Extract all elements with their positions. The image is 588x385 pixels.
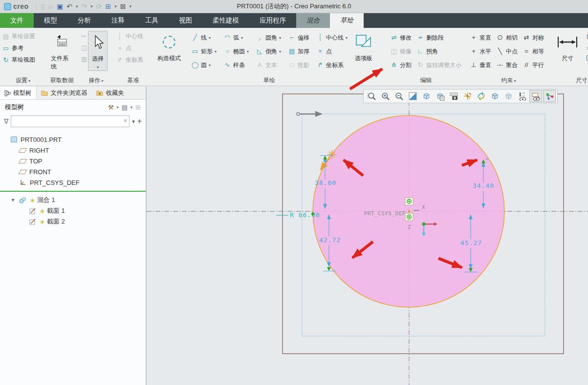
constraint-vertical-button[interactable]: +竖直 (470, 34, 491, 42)
tree-tools-caret-icon[interactable]: ▾ (117, 105, 119, 110)
csys-canvas-label[interactable]: PRT_CSYS_DEF (364, 210, 406, 217)
sketch-canvas[interactable]: 38.60 42.72 34.40 (147, 87, 588, 385)
constraint-equal-button[interactable]: =相等 (523, 47, 544, 56)
tree-item-csys[interactable]: PRT_CSYS_DEF (0, 177, 146, 188)
arc-button[interactable]: ◠弧▾ (223, 34, 249, 42)
capture-button[interactable] (447, 90, 460, 102)
dim-value-38-60[interactable]: 38.60 (315, 179, 336, 186)
redo-icon[interactable]: ↷ (82, 3, 87, 10)
project-button[interactable]: □投影 (288, 61, 309, 69)
tree-item-part[interactable]: PRT0001.PRT (0, 134, 146, 145)
tree-item-top-plane[interactable]: TOP (0, 156, 146, 166)
search-clear-icon[interactable]: × (124, 117, 127, 124)
delete-segment-button[interactable]: ≁删除段 (416, 34, 461, 42)
group-label-settings[interactable]: 设置▾ (0, 76, 46, 85)
tree-item-right-plane[interactable]: RIGHT (0, 145, 146, 156)
sketch-view-button[interactable]: ↻草绘视图 (2, 56, 35, 64)
divide-button[interactable]: ⋔分割 (390, 61, 412, 69)
datum-csys-button[interactable]: ↱坐标系 (116, 56, 143, 64)
dimension-display-button[interactable] (516, 90, 528, 102)
tab-favorites[interactable]: 收藏夹 (92, 87, 129, 99)
zoom-in-button[interactable] (379, 90, 392, 102)
paste-icon[interactable]: ▥ (81, 55, 87, 63)
constraint-coincident-button[interactable]: -∘-重合 (496, 61, 518, 69)
csys-origin-point[interactable] (408, 210, 410, 212)
group-label-constrain[interactable]: 约束▾ (466, 76, 551, 85)
tab-analysis[interactable]: 分析 (67, 13, 101, 28)
constraint-parallel-button[interactable]: //平行 (523, 61, 544, 69)
refit-button[interactable] (406, 90, 419, 102)
tab-applications[interactable]: 应用程序 (249, 13, 296, 28)
display-style-button[interactable] (420, 90, 433, 102)
dim-value-45-27[interactable]: 45.27 (460, 239, 482, 247)
cut-icon[interactable]: ✂ (81, 33, 87, 40)
offset-button[interactable]: ⌐偏移 (288, 34, 309, 42)
rectangle-button[interactable]: ▭矩形▾ (191, 47, 217, 56)
tab-view[interactable]: 视图 (169, 13, 202, 28)
tree-item-front-plane[interactable]: FRONT (0, 166, 146, 177)
sketch-setup-button[interactable]: ▤草绘设置 (2, 32, 35, 41)
sketch-display-button[interactable] (529, 90, 542, 102)
undo-dropdown-icon[interactable]: ▾ (76, 4, 78, 9)
tree-item-section1[interactable]: ∗ 截面 1 (0, 205, 146, 216)
constraint-tangent-button[interactable]: ∅相切 (496, 34, 518, 42)
dim-value-42-72[interactable]: 42.72 (319, 236, 341, 244)
tab-flexible-modeling[interactable]: 柔性建模 (202, 13, 249, 28)
search-add-icon[interactable]: + (137, 117, 142, 125)
tab-blend[interactable]: 混合 (296, 13, 330, 28)
sketch-orientation-button[interactable] (543, 90, 556, 102)
tree-filter-list-icon[interactable]: ▤ (122, 104, 128, 111)
group-label-operations[interactable]: 操作▾ (78, 76, 114, 85)
saved-views-button[interactable] (434, 90, 446, 102)
qat-customize-icon[interactable]: ▾ (130, 4, 132, 9)
tree-item-section2[interactable]: ∗ 截面 2 (0, 216, 146, 227)
shade-display-button[interactable] (488, 90, 501, 102)
constraint-midpoint-button[interactable]: ╲中点 (496, 47, 518, 56)
thicken-button[interactable]: ▤加厚 (288, 47, 309, 56)
tree-item-blend[interactable]: ▼ ∗ 混合 1 (0, 195, 146, 205)
tab-sketch[interactable]: 草绘 (330, 13, 364, 28)
coordinate-system-button[interactable]: ↱坐标系 (316, 61, 348, 69)
windows-icon[interactable]: ⊞ (106, 3, 111, 10)
palette-button[interactable]: 选项板 (352, 31, 375, 64)
filter-funnel-icon[interactable]: ∇ (4, 117, 8, 125)
tree-search-input[interactable] (11, 115, 130, 127)
graphics-area[interactable]: 38.60 42.72 34.40 (147, 87, 588, 385)
constraint-perpendicular-button[interactable]: ⊥垂直 (470, 61, 491, 69)
open-file-icon[interactable]: ▱ (48, 3, 53, 10)
constraint-symmetric-button[interactable]: ⇄对称 (523, 34, 544, 42)
undo-icon[interactable]: ↶ (66, 3, 72, 10)
datum-centerline-button[interactable]: ┆中心线 (116, 32, 143, 41)
dimension-button[interactable]: 尺寸 (553, 31, 582, 64)
spline-button[interactable]: ∿样条 (223, 61, 249, 69)
dim-value-radius[interactable]: R 66.00 (290, 211, 320, 219)
ellipse-button[interactable]: ○椭圆▾ (223, 47, 249, 56)
fillet-button[interactable]: ◞圆角▾ (256, 34, 281, 42)
close-window-icon[interactable]: ⊠ (120, 3, 126, 10)
dim-value-34-40[interactable]: 34.40 (473, 182, 494, 189)
transparent-shade-button[interactable] (502, 90, 515, 102)
new-file-icon[interactable]: ▯ (41, 3, 45, 10)
chamfer-button[interactable]: ◺倒角▾ (256, 47, 281, 56)
construction-mode-button[interactable]: 构造模式 (154, 31, 184, 64)
tree-filter-caret-icon[interactable]: ▾ (131, 105, 132, 110)
windows-dropdown-icon[interactable]: ▾ (114, 4, 117, 9)
select-button[interactable]: 选择 ▾ (88, 31, 108, 71)
regenerate-icon[interactable]: ⟳ (96, 3, 102, 10)
rotate-resize-button[interactable]: ↻旋转调整大小 (416, 61, 461, 69)
insert-here-separator[interactable] (0, 191, 146, 192)
centerline-button[interactable]: ┆中心线▾ (316, 34, 348, 42)
point-button[interactable]: ×点 (316, 47, 348, 56)
group-label-dimension[interactable]: 尺寸▾ (551, 76, 588, 85)
text-button[interactable]: A文本 (256, 61, 281, 69)
constraint-horizontal-button[interactable]: +水平 (470, 47, 491, 56)
tree-settings-icon[interactable]: ⊞ (135, 104, 141, 111)
tab-annotate[interactable]: 注释 (101, 13, 135, 28)
redo-dropdown-icon[interactable]: ▾ (90, 4, 93, 9)
mirror-button[interactable]: ◫镜像 (390, 47, 412, 56)
expander-icon[interactable]: ▼ (11, 198, 16, 203)
circle-button[interactable]: ◯圆▾ (191, 61, 217, 69)
search-options-caret-icon[interactable]: ▾ (132, 118, 135, 125)
tab-model[interactable]: 模型 (34, 13, 67, 28)
corner-button[interactable]: ∟拐角 (416, 47, 461, 56)
